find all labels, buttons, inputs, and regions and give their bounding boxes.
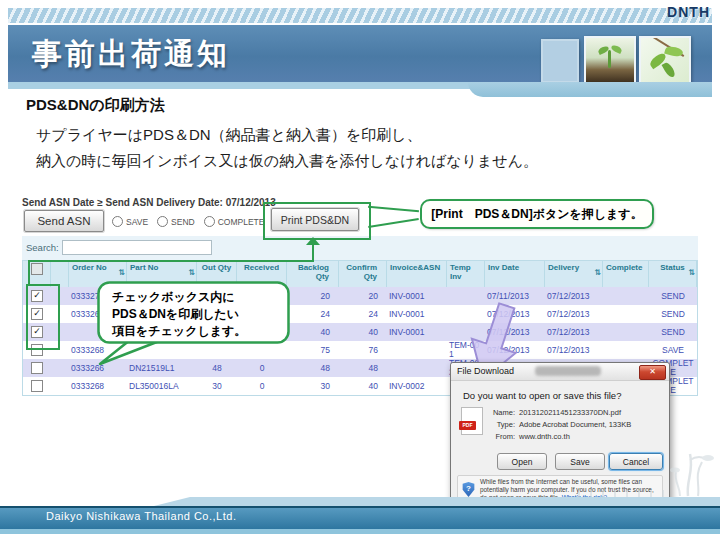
cell-backlog: 48 <box>287 364 339 373</box>
callout-connector-line <box>368 218 419 228</box>
close-icon[interactable]: ✕ <box>639 365 666 380</box>
cell-delivery: 07/12/2013 <box>545 310 603 319</box>
leaf <box>662 61 677 79</box>
open-button[interactable]: Open <box>497 453 547 470</box>
cell-invoice: INV-0001 <box>387 310 447 319</box>
file-from-value: www.dnth.co.th <box>519 432 570 441</box>
sort-icon[interactable]: ⇅ <box>118 268 125 277</box>
file-from-row: From:www.dnth.co.th <box>489 432 570 441</box>
send-asn-button[interactable]: Send ASN <box>24 210 104 232</box>
cell-backlog: 20 <box>287 292 339 301</box>
annotation-line <box>28 260 30 284</box>
section-heading: PDS&DNの印刷方法 <box>26 96 165 115</box>
footer-bottom-strip <box>0 529 720 534</box>
cell-invoice: INV-0002 <box>387 382 447 391</box>
cell-invoice: INV-0001 <box>387 292 447 301</box>
radio-complete[interactable]: COMPLETE <box>204 216 265 227</box>
checkbox-highlight-box <box>26 284 60 350</box>
col-status[interactable]: Status⇅ <box>649 261 697 287</box>
plant-watermark <box>576 446 716 504</box>
cell-confirm: 24 <box>339 310 387 319</box>
dialog-title: File Download <box>457 366 514 376</box>
print-callout: [Print PDS＆DN]ボタンを押します。 <box>420 199 654 229</box>
cell-backlog: 75 <box>287 346 339 355</box>
radio-save[interactable]: SAVE <box>112 216 148 227</box>
sort-icon[interactable]: ⇅ <box>688 268 695 277</box>
cell-confirm: 48 <box>339 364 387 373</box>
pdf-file-icon: PDF <box>461 407 483 435</box>
cell-delivery: 07/12/2013 <box>545 346 603 355</box>
col-temp-inv: Temp Inv <box>447 261 485 287</box>
radio-label: SEND <box>171 217 195 227</box>
cell-status: SAVE <box>649 346 697 355</box>
row-checkbox-cell <box>23 362 51 374</box>
blurred-text <box>535 366 601 376</box>
body-line-2: 納入の時に毎回インボイス又は仮の納入書を添付しなければなりません。 <box>36 148 538 174</box>
cell-out: 30 <box>197 382 237 391</box>
body-text: サプライヤーはPDS＆DN（納品書と納入書）を印刷し、 納入の時に毎回インボイス… <box>36 122 538 174</box>
footer-company-name: Daikyo Nishikawa Thailand Co.,Ltd. <box>46 510 236 522</box>
cell-backlog: 40 <box>287 328 339 337</box>
body-line-1: サプライヤーはPDS＆DN（納品書と納入書）を印刷し、 <box>36 122 538 148</box>
checkbox-callout-bubble: チェックボックス内に PDS＆DNを印刷したい 項目をチェックします。 <box>96 280 292 368</box>
file-name-row: Name:2013120211451233370DN.pdf <box>489 408 621 417</box>
title-swoosh <box>468 82 712 97</box>
row-checkbox-cell <box>23 380 51 392</box>
cell-received: 0 <box>237 382 287 391</box>
row-checkbox[interactable] <box>31 380 43 392</box>
dialog-titlebar[interactable]: File Download ✕ <box>451 363 669 381</box>
callout-connector-line <box>368 206 419 212</box>
cell-confirm: 40 <box>339 328 387 337</box>
search-input[interactable] <box>62 240 212 255</box>
cell-confirm: 76 <box>339 346 387 355</box>
col-backlog-qty: Backlog Qty <box>287 261 339 287</box>
radio-label: COMPLETE <box>218 217 265 227</box>
sprout-stem <box>608 50 611 68</box>
dialog-question: Do you want to open or save this file? <box>463 390 621 401</box>
leaf <box>664 45 684 58</box>
annotation-line <box>312 244 314 260</box>
sort-icon[interactable]: ⇅ <box>594 268 601 277</box>
col-delivery[interactable]: Delivery⇅ <box>545 261 603 287</box>
file-type-row: Type:Adobe Acrobat Document, 133KB <box>489 420 631 429</box>
leaves-photo <box>639 36 691 84</box>
page-title: 事前出荷通知 <box>32 34 230 75</box>
col-confirm-qty: Confirm Qty <box>339 261 387 287</box>
title-bar: 事前出荷通知 <box>8 25 712 82</box>
cell-invdate: 07/11/2013 <box>485 292 545 301</box>
sprout-leaf <box>610 44 623 54</box>
checkbox-icon[interactable] <box>31 263 43 275</box>
cell-backlog: 30 <box>287 382 339 391</box>
radio-circle[interactable] <box>157 216 168 227</box>
search-label: Search: <box>26 242 59 253</box>
radio-send[interactable]: SEND <box>157 216 195 227</box>
cell-status: SEND <box>649 310 697 319</box>
company-logo: DNTH <box>667 4 710 20</box>
cell-confirm: 20 <box>339 292 387 301</box>
pdf-badge: PDF <box>459 421 476 430</box>
col-complete: Complete <box>603 261 649 287</box>
annotation-line <box>28 260 314 262</box>
header-stripe-pattern <box>8 8 712 23</box>
radio-circle[interactable] <box>204 216 215 227</box>
col-inv-date: Inv Date <box>485 261 545 287</box>
file-type-value: Adobe Acrobat Document, 133KB <box>519 420 631 429</box>
cell-backlog: 24 <box>287 310 339 319</box>
print-button-highlight-box <box>263 202 371 240</box>
sort-icon[interactable]: ⇅ <box>188 268 195 277</box>
shield-icon: ? <box>462 482 475 497</box>
slide: DNTH 事前出荷通知 PDS&DNの印刷方法 サプライヤーはPDS＆DN（納品… <box>0 0 720 540</box>
cell-delivery: 07/12/2013 <box>545 328 603 337</box>
cell-confirm: 40 <box>339 382 387 391</box>
radio-label: SAVE <box>126 217 148 227</box>
bubble-text: チェックボックス内に PDS＆DNを印刷したい 項目をチェックします。 <box>112 289 246 340</box>
row-checkbox[interactable] <box>31 362 43 374</box>
cell-part: DL350016LA <box>127 382 197 391</box>
radio-circle[interactable] <box>112 216 123 227</box>
cell-status: SEND <box>649 328 697 337</box>
col-invoice-asn: Invoice&ASN <box>387 261 447 287</box>
asn-filter-text: Send ASN Date ≥ Send ASN Delivery Date: … <box>22 197 276 208</box>
sprout-photo <box>584 36 636 84</box>
cell-order: 0333268 <box>69 382 127 391</box>
cell-status: SEND <box>649 292 697 301</box>
